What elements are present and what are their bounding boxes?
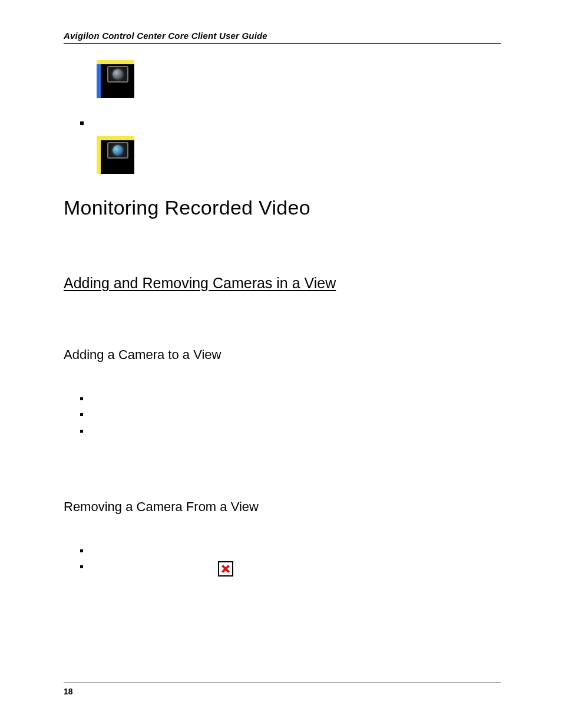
- figure-live-indicator-a: [97, 60, 501, 100]
- page-number: 18: [64, 687, 501, 696]
- header-rule: [64, 43, 501, 44]
- bullet-icon: [80, 121, 84, 125]
- list-item-text: Double-click a camera in the System Expl…: [96, 409, 289, 423]
- heading-adding-camera: Adding a Camera to a View: [64, 347, 501, 363]
- para-add-tip: Tip: You can drag the same camera to mul…: [64, 467, 501, 482]
- heading-removing-camera: Removing a Camera From a View: [64, 499, 501, 515]
- running-header: Avigilon Control Center Core Client User…: [64, 31, 501, 41]
- bullet-icon: [80, 430, 83, 433]
- camera-event-icon: [97, 136, 134, 174]
- list-item: Right-click the image panel and select C…: [80, 545, 501, 559]
- bullet-icon: [80, 549, 83, 552]
- list-add-camera: Drag the camera from the System Explorer…: [64, 393, 501, 439]
- bullet-icon: [80, 565, 83, 568]
- list-item-text: Drag the camera from the System Explorer…: [96, 393, 432, 407]
- document-page: Avigilon Control Center Core Client User…: [0, 0, 562, 728]
- list-remove-camera: Right-click the image panel and select C…: [64, 545, 501, 577]
- camera-live-icon: [97, 60, 134, 98]
- figure-live-indicator-b: [97, 136, 501, 176]
- bullet-icon: [80, 413, 83, 416]
- list-item: In the System Explorer, right-click the …: [80, 426, 501, 439]
- bullet-text: A blue circle indicates that an event ha…: [98, 117, 395, 130]
- list-item: Double-click a camera in the System Expl…: [80, 409, 501, 423]
- page-footer: 18: [64, 683, 501, 696]
- list-item: Inside the image panel, click: [80, 561, 501, 577]
- para-add-result: The camera is added to the next empty im…: [64, 445, 501, 459]
- para-add-remove-intro: To monitor video, add a camera to the Vi…: [64, 301, 501, 330]
- para-add-intro: Perform one of the following:: [64, 371, 501, 385]
- list-item-text: In the System Explorer, right-click the …: [96, 426, 386, 439]
- close-icon: [218, 561, 233, 577]
- bullet-live-blue-circle: A blue circle indicates that an event ha…: [80, 117, 501, 130]
- heading-monitoring-recorded-video: Monitoring Recorded Video: [64, 196, 501, 219]
- list-item-text: Inside the image panel, click: [96, 561, 234, 577]
- footer-rule: [64, 683, 501, 683]
- bullet-icon: [80, 397, 83, 400]
- list-item-text: Right-click the image panel and select C…: [96, 545, 284, 559]
- list-item: Drag the camera from the System Explorer…: [80, 393, 501, 407]
- para-remove-intro: Perform one of the following:: [64, 523, 501, 537]
- para-monitoring-intro: While monitoring recorded video, you can…: [64, 231, 501, 259]
- heading-adding-removing-cameras: Adding and Removing Cameras in a View: [64, 275, 501, 292]
